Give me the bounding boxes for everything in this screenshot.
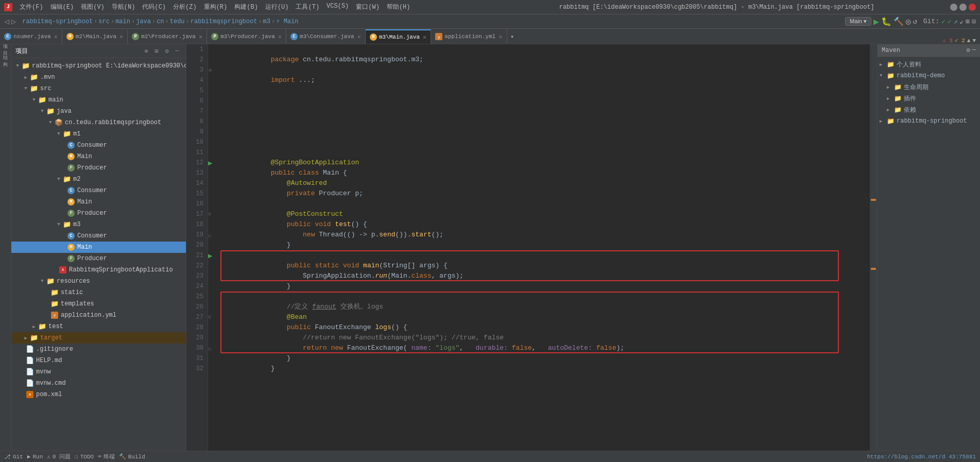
tree-item-mvn[interactable]: ▶ 📁 .mvn: [11, 72, 186, 83]
run-button[interactable]: ▶: [873, 16, 879, 27]
tree-item-java[interactable]: ▼ 📁 java: [11, 106, 186, 117]
tab-close-m3prod[interactable]: ✕: [278, 33, 282, 41]
status-todo[interactable]: ☐ TODO: [75, 453, 94, 460]
menu-view[interactable]: 视图(V): [78, 2, 108, 12]
nav-up[interactable]: ▲: [967, 38, 971, 44]
tab-m2-producer[interactable]: P m2\Producer.java ✕: [128, 29, 207, 44]
tab-close-yml[interactable]: ✕: [498, 33, 502, 41]
tree-item-root[interactable]: ▼ 📁 rabbitmq-springboot E:\ideaWorkspace…: [11, 60, 186, 72]
maven-item-springboot[interactable]: ▶ 📁 rabbitmq-springboot: [878, 115, 980, 127]
vertical-scrollbar[interactable]: [870, 44, 877, 451]
menu-run[interactable]: 运行(U): [262, 2, 292, 12]
tab-close-m3cons[interactable]: ✕: [357, 33, 361, 41]
tree-item-yml[interactable]: y application.yml: [11, 310, 186, 321]
status-build[interactable]: 🔨 Build: [119, 453, 145, 460]
maven-item-demo[interactable]: ▼ 📁 rabbitmq-demo: [878, 70, 980, 81]
maven-item-deps[interactable]: ▶ 📁 依赖: [878, 104, 980, 115]
tab-more-arrow[interactable]: ▾: [507, 29, 518, 44]
build-button[interactable]: 🔨: [893, 16, 904, 27]
gutter-12[interactable]: ▶: [208, 158, 218, 168]
tab-app-yml[interactable]: y application.yml ✕: [431, 29, 507, 44]
code-area[interactable]: package cn.tedu.rabbitmqspringboot.m3; i…: [218, 44, 870, 451]
menu-file[interactable]: 文件(F): [16, 2, 46, 12]
git-more[interactable]: ⊞: [966, 18, 970, 26]
git-pull[interactable]: ↙: [960, 18, 964, 26]
tab-m2-main[interactable]: M m2\Main.java ✕: [62, 29, 128, 44]
maximize-button[interactable]: [959, 4, 967, 11]
minimize-button[interactable]: [950, 4, 957, 11]
breadcrumb-pkg[interactable]: rabbitmqspringboot: [191, 18, 257, 25]
maven-settings-icon[interactable]: ⚙: [967, 46, 970, 54]
menu-vcs[interactable]: VCS(S): [323, 2, 352, 12]
tree-item-static[interactable]: 📁 static: [11, 287, 186, 298]
menu-window[interactable]: 窗口(W): [353, 2, 383, 12]
tree-item-app[interactable]: A RabbitmqSpringbootApplicatio: [11, 264, 186, 276]
menu-tools[interactable]: 工具(T): [293, 2, 322, 12]
tab-close-m2prod[interactable]: ✕: [199, 33, 202, 41]
run-arrow-21[interactable]: ▶: [208, 251, 212, 260]
menu-code[interactable]: 代码(C): [139, 2, 169, 12]
tab-m3-main[interactable]: M m3\Main.java ✕: [366, 29, 431, 44]
breadcrumb-tedu[interactable]: tedu: [170, 18, 185, 25]
maven-item-plugins[interactable]: ▶ 📁 插件: [878, 93, 980, 104]
menu-help[interactable]: 帮助(H): [384, 2, 414, 12]
run-config-dropdown[interactable]: Main ▾: [845, 17, 871, 26]
tab-nsumer-java[interactable]: C nsumer.java ✕: [0, 29, 62, 44]
maven-minimize-icon[interactable]: —: [972, 46, 976, 54]
tree-item-m1-main[interactable]: M Main: [11, 151, 186, 162]
status-git[interactable]: ⎇ Git: [4, 453, 23, 460]
sidebar-minimize-btn[interactable]: —: [173, 46, 182, 56]
maven-item-personal[interactable]: ▶ 📁 个人资料: [878, 59, 980, 70]
menu-nav[interactable]: 导航(N): [109, 2, 139, 12]
tree-item-mvnwcmd[interactable]: 📄 mvnw.cmd: [11, 378, 186, 389]
status-issues[interactable]: ⚠ 0 问题: [47, 453, 71, 460]
status-run[interactable]: ▶ Run: [27, 453, 43, 460]
tree-item-test[interactable]: ▶ 📁 test: [11, 321, 186, 332]
tab-m3-producer[interactable]: P m3\Producer.java ✕: [207, 29, 286, 44]
menu-build[interactable]: 构建(B): [231, 2, 261, 12]
tab-close-nsumer[interactable]: ✕: [54, 33, 58, 41]
nav-forward-icon[interactable]: ▷: [11, 16, 16, 27]
tree-item-m3[interactable]: ▼ 📁 m3: [11, 219, 186, 230]
tree-item-m2[interactable]: ▼ 📁 m2: [11, 174, 186, 185]
sidebar-settings-btn[interactable]: ⚙: [162, 46, 171, 56]
side-structure-btn[interactable]: 结构: [0, 56, 11, 67]
debug-button[interactable]: 🐛: [881, 16, 891, 27]
tree-item-m3-producer[interactable]: P Producer: [11, 253, 186, 264]
breadcrumb-src[interactable]: src: [98, 18, 110, 25]
sidebar-locate-btn[interactable]: ⊕: [142, 46, 151, 56]
breadcrumb-main[interactable]: main: [115, 18, 130, 25]
rollback-button[interactable]: ↺: [913, 17, 917, 26]
close-button[interactable]: [969, 4, 976, 11]
editor-area[interactable]: 1 2 3 4 5 6 7 8 9 10 11 12 13 14 15 16 1: [186, 44, 877, 451]
menu-refactor[interactable]: 重构(R): [201, 2, 231, 12]
menu-analyze[interactable]: 分析(Z): [170, 2, 200, 12]
window-controls[interactable]: [950, 4, 976, 11]
tree-item-mvnw[interactable]: 📄 mvnw: [11, 366, 186, 378]
nav-back-icon[interactable]: ◁: [4, 16, 9, 27]
tree-item-m1-producer[interactable]: P Producer: [11, 162, 186, 174]
breadcrumb-main-class[interactable]: ⚡ Main: [276, 18, 298, 25]
tab-close-m3main[interactable]: ✕: [423, 33, 426, 41]
tab-m3-consumer[interactable]: C m3\Consumer.java ✕: [286, 29, 366, 44]
tree-item-gitignore[interactable]: 📄 .gitignore: [11, 344, 186, 355]
tree-item-m3-consumer[interactable]: C Consumer: [11, 230, 186, 242]
tree-item-src[interactable]: ▼ 📁 src: [11, 83, 186, 94]
git-push[interactable]: ↗: [954, 18, 958, 26]
tree-item-resources[interactable]: ▼ 📁 resources: [11, 276, 186, 287]
nav-down[interactable]: ▼: [972, 38, 976, 44]
menu-bar[interactable]: 文件(F) 编辑(E) 视图(V) 导航(N) 代码(C) 分析(Z) 重构(R…: [16, 2, 484, 12]
tree-item-pomxml[interactable]: m pom.xml: [11, 389, 186, 400]
git-history[interactable]: ⊡: [972, 18, 976, 26]
maven-item-lifecycle[interactable]: ▶ 📁 生命周期: [878, 81, 980, 93]
tree-item-helpmd[interactable]: 📄 HELP.md: [11, 355, 186, 366]
tree-item-m1[interactable]: ▼ 📁 m1: [11, 128, 186, 140]
tree-item-m2-main[interactable]: M Main: [11, 196, 186, 208]
tree-item-m2-consumer[interactable]: C Consumer: [11, 185, 186, 196]
breadcrumb-m3[interactable]: m3: [263, 18, 270, 25]
status-url[interactable]: https://blog.csdn.net/d 43:75881: [867, 454, 976, 460]
tree-item-m3-main[interactable]: M Main: [11, 242, 186, 253]
tree-item-target[interactable]: ▶ 📁 target: [11, 332, 186, 344]
status-terminal[interactable]: ⌨ 终端: [98, 453, 115, 460]
code-scroll-area[interactable]: 1 2 3 4 5 6 7 8 9 10 11 12 13 14 15 16 1: [186, 44, 877, 451]
